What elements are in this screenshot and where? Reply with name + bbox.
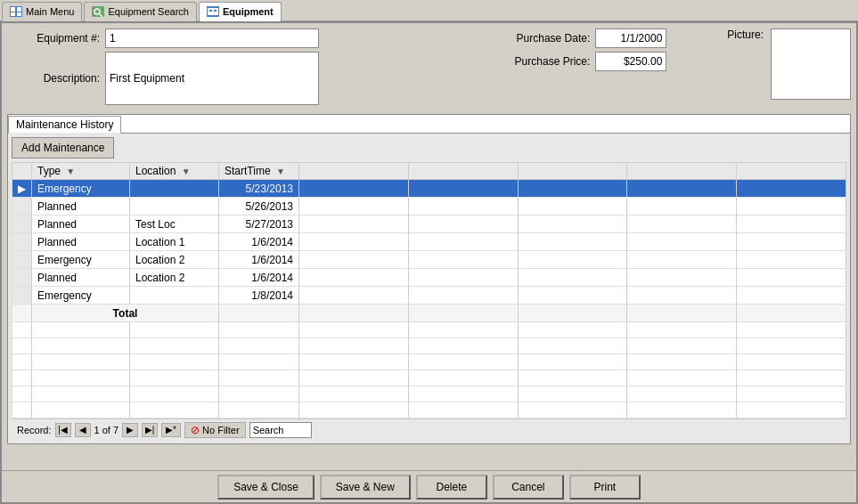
maintenance-grid-wrapper[interactable]: Type ▼ Location ▼ StartTime ▼ [12, 162, 846, 419]
maintenance-history-tab-label: Maintenance History [16, 118, 113, 131]
indicator-header [12, 163, 32, 180]
row-indicator [12, 233, 32, 251]
empty-cell [408, 322, 518, 338]
cell-extra [408, 180, 518, 198]
starttime-header[interactable]: StartTime ▼ [219, 163, 299, 180]
total-extra [518, 305, 627, 322]
table-row[interactable]: PlannedLocation 11/6/2014 [12, 233, 846, 251]
tab-equipment-label: Equipment [223, 6, 274, 17]
empty-cell [130, 370, 219, 386]
empty-cell [518, 354, 627, 370]
record-current: 1 of 7 [94, 425, 119, 435]
empty-cell [737, 322, 846, 338]
nav-first-button[interactable]: |◀ [55, 423, 71, 437]
empty-cell [518, 370, 627, 386]
empty-cell [518, 338, 627, 354]
tab-equipment-search[interactable]: Equipment Search [84, 2, 197, 21]
empty-cell [299, 354, 409, 370]
no-filter-button[interactable]: ⊘ No Filter [184, 422, 246, 438]
table-row[interactable]: Emergency1/8/2014 [12, 287, 846, 305]
cell-extra [299, 287, 409, 305]
empty-cell [627, 370, 737, 386]
purchase-date-row: Purchase Date: [506, 28, 702, 48]
cell-extra [737, 269, 846, 287]
equipment-num-input[interactable] [105, 28, 319, 48]
location-sort-icon[interactable]: ▼ [182, 167, 191, 176]
picture-box[interactable] [771, 28, 851, 100]
total-starttime [219, 305, 299, 322]
description-input[interactable] [105, 52, 319, 105]
empty-cell [518, 322, 627, 338]
cell-extra [299, 251, 409, 269]
table-row[interactable]: ▶Emergency5/23/2013 [12, 180, 846, 198]
tab-main-menu[interactable]: Main Menu [2, 2, 82, 21]
total-extra [408, 305, 518, 322]
cell-extra [408, 269, 518, 287]
extra-header-4 [627, 163, 737, 180]
save-close-label: Save & Close [233, 481, 298, 493]
add-maintenance-label: Add Maintenance [21, 142, 104, 154]
add-maintenance-button[interactable]: Add Maintenance [12, 137, 114, 159]
cancel-label: Cancel [511, 481, 544, 493]
cell-extra [627, 269, 737, 287]
print-button[interactable]: Print [569, 475, 641, 500]
type-sort-icon[interactable]: ▼ [66, 167, 75, 176]
cell-starttime: 1/6/2014 [219, 269, 299, 287]
cell-type: Emergency [32, 287, 130, 305]
empty-cell [32, 402, 130, 419]
empty-cell [627, 402, 737, 419]
maintenance-grid: Type ▼ Location ▼ StartTime ▼ [12, 162, 846, 419]
purchase-price-input[interactable] [595, 52, 666, 71]
empty-cell [299, 322, 409, 338]
empty-cell [627, 354, 737, 370]
cell-starttime: 1/6/2014 [219, 233, 299, 251]
table-row[interactable]: PlannedTest Loc5/27/2013 [12, 215, 846, 233]
table-row[interactable]: Planned5/26/2013 [12, 198, 846, 215]
empty-cell [12, 402, 32, 419]
row-indicator [12, 198, 32, 215]
save-close-button[interactable]: Save & Close [217, 475, 315, 500]
cell-extra [627, 251, 737, 269]
main-content-area: Equipment #: Description: Purchase Date:… [2, 23, 856, 470]
tab-equipment[interactable]: Equipment [199, 2, 282, 21]
purchase-date-input[interactable] [595, 28, 666, 48]
nav-next-button[interactable]: ▶ [122, 423, 138, 437]
cell-location: Location 2 [130, 251, 219, 269]
empty-cell [130, 322, 219, 338]
nav-last-button[interactable]: ▶| [142, 423, 158, 437]
save-new-button[interactable]: Save & New [320, 475, 411, 500]
cell-location [130, 198, 219, 215]
empty-cell [130, 386, 219, 402]
cell-location: Location 2 [130, 269, 219, 287]
maintenance-history-tab[interactable]: Maintenance History [8, 116, 121, 134]
empty-cell [12, 386, 32, 402]
location-header[interactable]: Location ▼ [130, 163, 219, 180]
empty-cell [32, 386, 130, 402]
cell-extra [737, 180, 846, 198]
nav-new-button[interactable]: ▶* [161, 423, 181, 437]
cell-extra [737, 287, 846, 305]
row-indicator [12, 215, 32, 233]
starttime-sort-icon[interactable]: ▼ [276, 167, 285, 176]
purchase-price-label: Purchase Price: [506, 55, 595, 68]
empty-cell [12, 322, 32, 338]
table-row[interactable]: EmergencyLocation 21/6/2014 [12, 251, 846, 269]
svg-rect-10 [209, 10, 212, 12]
empty-cell [408, 370, 518, 386]
delete-button[interactable]: Delete [416, 475, 487, 500]
cell-extra [408, 251, 518, 269]
empty-cell [12, 370, 32, 386]
form-right: Purchase Date: Purchase Price: [506, 28, 702, 109]
cancel-button[interactable]: Cancel [493, 475, 564, 500]
svg-rect-11 [214, 10, 217, 12]
empty-cell [299, 370, 409, 386]
cell-extra [737, 251, 846, 269]
type-header[interactable]: Type ▼ [32, 163, 130, 180]
empty-cell [737, 338, 846, 354]
nav-prev-button[interactable]: ◀ [75, 423, 91, 437]
search-input[interactable] [249, 422, 312, 438]
empty-cell [408, 402, 518, 419]
cell-extra [518, 215, 627, 233]
cell-extra [299, 269, 409, 287]
table-row[interactable]: PlannedLocation 21/6/2014 [12, 269, 846, 287]
